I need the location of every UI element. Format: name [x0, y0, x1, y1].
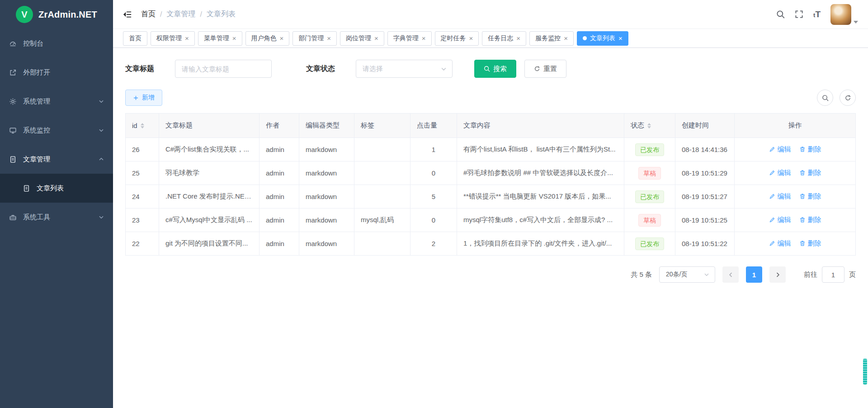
cell-content: #羽毛球拍参数说明 ## 中管软硬选择以及长度介...	[457, 161, 624, 185]
close-icon[interactable]: ×	[564, 35, 568, 42]
tab-permission[interactable]: 权限管理×	[151, 31, 195, 46]
edit-button[interactable]: 编辑	[769, 192, 791, 201]
delete-button[interactable]: 删除	[799, 169, 821, 177]
prev-page-button[interactable]	[722, 266, 739, 283]
chevron-down-icon	[704, 272, 709, 277]
breadcrumb: 首页 / 文章管理 / 文章列表	[141, 9, 236, 19]
edit-button[interactable]: 编辑	[769, 145, 791, 154]
cell-created: 08-19 10:51:29	[675, 161, 735, 185]
chevron-down-icon	[441, 66, 447, 72]
font-size-icon[interactable]: tT	[813, 10, 821, 19]
delete-icon	[799, 170, 806, 176]
close-icon[interactable]: ×	[185, 35, 189, 42]
user-menu[interactable]	[830, 4, 858, 25]
close-icon[interactable]: ×	[469, 35, 473, 42]
sidebar-menu: 控制台 外部打开 系统管理 系	[0, 29, 113, 408]
article-title-input[interactable]	[175, 60, 272, 78]
topbar-actions: tT	[776, 4, 858, 25]
sidebar-item-system-tools[interactable]: 系统工具	[0, 203, 113, 232]
avatar[interactable]	[830, 4, 851, 25]
chevron-left-icon	[728, 272, 734, 278]
search-icon	[484, 66, 490, 72]
reset-button[interactable]: 重置	[524, 60, 566, 78]
cell-created: 08-19 10:51:27	[675, 185, 735, 209]
column-header-content: 文章内容	[457, 114, 624, 138]
column-header-status[interactable]: 状态	[624, 114, 675, 138]
toggle-search-button[interactable]	[817, 90, 833, 106]
tab-post[interactable]: 岗位管理×	[340, 31, 384, 46]
table-row: 23 c#写入Mysql中文显示乱码 ... admin markdown my…	[126, 209, 856, 232]
column-header-editor: 编辑器类型	[299, 114, 354, 138]
delete-button[interactable]: 删除	[799, 239, 821, 248]
article-status-select[interactable]: 请选择	[356, 60, 453, 78]
close-icon[interactable]: ×	[618, 35, 623, 42]
toolbox-icon	[9, 213, 17, 221]
edit-button[interactable]: 编辑	[769, 169, 791, 177]
cell-title: 羽毛球教学	[159, 161, 259, 185]
edit-icon	[769, 217, 775, 223]
add-button[interactable]: 新增	[125, 90, 162, 106]
tab-user-role[interactable]: 用户角色×	[245, 31, 290, 46]
cell-author: admin	[259, 209, 299, 232]
cell-ops: 编辑删除	[735, 232, 856, 256]
app-logo[interactable]: V ZrAdmin.NET	[0, 0, 113, 29]
breadcrumb-article-list[interactable]: 文章列表	[207, 9, 236, 19]
delete-button[interactable]: 删除	[799, 145, 821, 154]
edit-button[interactable]: 编辑	[769, 216, 791, 224]
close-icon[interactable]: ×	[422, 35, 426, 42]
tab-label: 权限管理	[156, 34, 182, 43]
column-header-id[interactable]: id	[126, 114, 159, 138]
cell-author: admin	[259, 185, 299, 209]
cell-content: mysql字符集utf8，c#写入中文后，全部显示成? ...	[457, 209, 624, 232]
topbar: 首页 / 文章管理 / 文章列表 tT	[113, 0, 868, 29]
tab-scheduled-task[interactable]: 定时任务×	[435, 31, 479, 46]
delete-button[interactable]: 删除	[799, 216, 821, 224]
tab-article-list[interactable]: 文章列表×	[577, 31, 628, 46]
edit-button[interactable]: 编辑	[769, 239, 791, 248]
tab-task-log[interactable]: 任务日志×	[482, 31, 526, 46]
tab-department[interactable]: 部门管理×	[292, 31, 337, 46]
table-header-row: id 文章标题 作者 编辑器类型 标签 点击量 文章内容 状态 创建时间 操作	[126, 114, 856, 138]
search-icon[interactable]	[776, 10, 785, 19]
fullscreen-icon[interactable]	[795, 10, 803, 19]
goto-page-input[interactable]	[822, 266, 844, 283]
sidebar-item-system-management[interactable]: 系统管理	[0, 87, 113, 116]
sidebar-item-article-list[interactable]: 文章列表	[0, 174, 113, 203]
column-header-author: 作者	[259, 114, 299, 138]
sort-caret-icon[interactable]	[647, 123, 651, 128]
sidebar-item-external-open[interactable]: 外部打开	[0, 58, 113, 87]
breadcrumb-home[interactable]: 首页	[141, 9, 156, 19]
page-content: 文章标题 文章状态 请选择 搜索 重置	[113, 48, 868, 408]
delete-button[interactable]: 删除	[799, 192, 821, 201]
tab-service-monitor[interactable]: 服务监控×	[529, 31, 574, 46]
refresh-table-button[interactable]	[840, 90, 856, 106]
scrollbar-thumb[interactable]	[863, 359, 867, 384]
tab-dictionary[interactable]: 字典管理×	[387, 31, 432, 46]
sidebar-item-dashboard[interactable]: 控制台	[0, 29, 113, 58]
cell-author: admin	[259, 232, 299, 256]
close-icon[interactable]: ×	[374, 35, 378, 42]
tab-home[interactable]: 首页	[123, 31, 147, 46]
page-size-select[interactable]: 20条/页	[659, 266, 715, 283]
article-title-label: 文章标题	[125, 64, 154, 74]
cell-editor: markdown	[299, 232, 354, 256]
cell-tags	[354, 185, 410, 209]
breadcrumb-article-management[interactable]: 文章管理	[166, 9, 195, 19]
close-icon[interactable]: ×	[232, 35, 236, 42]
tab-menu-management[interactable]: 菜单管理×	[198, 31, 242, 46]
next-page-button[interactable]	[769, 266, 786, 283]
close-icon[interactable]: ×	[327, 35, 331, 42]
sort-caret-icon[interactable]	[141, 123, 144, 128]
close-icon[interactable]: ×	[516, 35, 520, 42]
close-icon[interactable]: ×	[280, 35, 284, 42]
dashboard-icon	[9, 40, 17, 47]
sidebar-item-system-monitor[interactable]: 系统监控	[0, 116, 113, 145]
search-button[interactable]: 搜索	[474, 60, 516, 78]
collapse-sidebar-icon[interactable]	[123, 10, 132, 19]
page-number-1[interactable]: 1	[746, 266, 762, 283]
sidebar-item-article-management[interactable]: 文章管理	[0, 145, 113, 174]
cell-editor: markdown	[299, 185, 354, 209]
tab-label: 菜单管理	[204, 34, 229, 43]
column-header-title: 文章标题	[159, 114, 259, 138]
cell-status: 草稿	[624, 209, 675, 232]
